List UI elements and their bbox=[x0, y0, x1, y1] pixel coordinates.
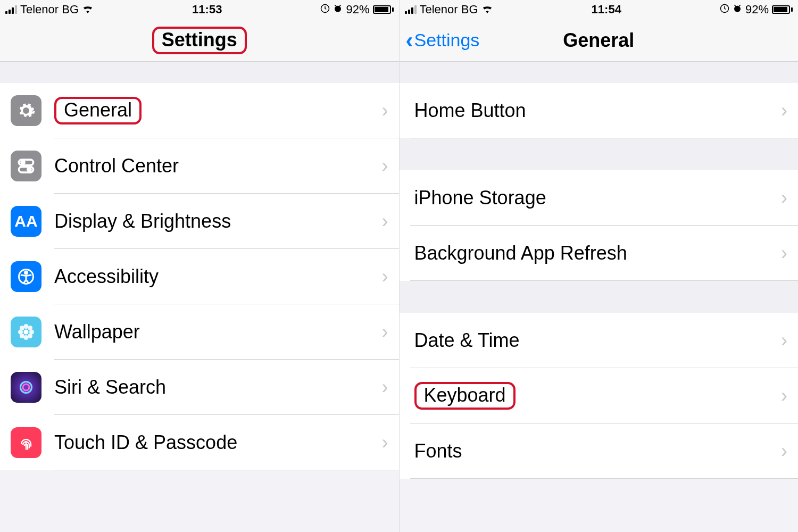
battery-percent-label: 92% bbox=[745, 3, 769, 16]
row-siri-search[interactable]: Siri & Search › bbox=[0, 360, 399, 415]
section-gap bbox=[400, 138, 799, 170]
accessibility-icon bbox=[11, 261, 41, 292]
wifi-icon bbox=[481, 4, 493, 16]
row-label: Control Center bbox=[54, 155, 382, 177]
row-label: Background App Refresh bbox=[414, 242, 782, 264]
chevron-right-icon: › bbox=[382, 210, 388, 232]
row-label: Home Button bbox=[414, 99, 782, 122]
svg-point-14 bbox=[28, 326, 32, 330]
row-accessibility[interactable]: Accessibility › bbox=[0, 249, 399, 304]
navbar: Settings bbox=[0, 19, 399, 62]
row-label: General bbox=[54, 97, 382, 124]
row-keyboard[interactable]: Keyboard › bbox=[400, 368, 799, 423]
back-label: Settings bbox=[414, 30, 480, 51]
status-bar: Telenor BG 11:54 92% bbox=[400, 0, 799, 19]
cellular-signal-icon bbox=[405, 5, 417, 14]
general-group-3: Date & Time › Keyboard › Fonts › bbox=[400, 313, 799, 479]
chevron-right-icon: › bbox=[382, 376, 388, 398]
chevron-right-icon: › bbox=[382, 265, 388, 288]
page-title: General bbox=[563, 29, 634, 52]
svg-point-3 bbox=[21, 161, 24, 164]
alarm-icon bbox=[733, 3, 742, 16]
settings-list: General › Control Center › AA Display & … bbox=[0, 83, 399, 470]
clock-label: 11:54 bbox=[493, 3, 720, 16]
general-group-1: Home Button › bbox=[400, 83, 799, 138]
svg-point-7 bbox=[25, 271, 28, 274]
phone-settings: Telenor BG 11:53 92% Settings General bbox=[0, 0, 399, 532]
row-label: Wallpaper bbox=[54, 321, 382, 343]
flower-icon bbox=[11, 317, 41, 347]
row-iphone-storage[interactable]: iPhone Storage › bbox=[400, 170, 799, 226]
chevron-right-icon: › bbox=[382, 99, 388, 122]
row-label: iPhone Storage bbox=[414, 187, 782, 209]
row-home-button[interactable]: Home Button › bbox=[400, 83, 799, 138]
row-touchid-passcode[interactable]: Touch ID & Passcode › bbox=[0, 415, 399, 470]
text-size-icon: AA bbox=[11, 206, 41, 237]
svg-point-8 bbox=[24, 330, 29, 335]
fingerprint-icon bbox=[11, 427, 41, 458]
carrier-label: Telenor BG bbox=[420, 3, 478, 16]
row-fonts[interactable]: Fonts › bbox=[400, 423, 799, 479]
chevron-right-icon: › bbox=[382, 321, 388, 343]
general-group-2: iPhone Storage › Background App Refresh … bbox=[400, 170, 799, 281]
toggles-icon bbox=[11, 151, 41, 181]
chevron-right-icon: › bbox=[781, 440, 787, 462]
svg-point-16 bbox=[28, 334, 32, 338]
row-label: Touch ID & Passcode bbox=[54, 431, 382, 454]
back-button[interactable]: ‹ Settings bbox=[406, 29, 480, 52]
cellular-signal-icon bbox=[5, 5, 17, 14]
section-gap bbox=[400, 281, 799, 313]
battery-icon bbox=[373, 5, 394, 14]
chevron-right-icon: › bbox=[781, 187, 787, 209]
row-label: Display & Brightness bbox=[54, 210, 382, 232]
chevron-right-icon: › bbox=[382, 431, 388, 454]
svg-point-15 bbox=[20, 334, 24, 338]
status-bar: Telenor BG 11:53 92% bbox=[0, 0, 399, 19]
svg-point-1 bbox=[335, 6, 341, 12]
row-display-brightness[interactable]: AA Display & Brightness › bbox=[0, 194, 399, 249]
battery-percent-label: 92% bbox=[346, 3, 369, 16]
chevron-right-icon: › bbox=[781, 99, 787, 122]
section-gap bbox=[400, 62, 799, 83]
svg-point-18 bbox=[23, 384, 29, 390]
row-label: Keyboard bbox=[414, 382, 782, 410]
chevron-right-icon: › bbox=[781, 385, 787, 407]
chevron-left-icon: ‹ bbox=[406, 29, 413, 52]
row-date-time[interactable]: Date & Time › bbox=[400, 313, 799, 368]
chevron-right-icon: › bbox=[781, 242, 787, 264]
row-wallpaper[interactable]: Wallpaper › bbox=[0, 304, 399, 360]
page-title: Settings bbox=[152, 27, 247, 54]
chevron-right-icon: › bbox=[382, 155, 388, 177]
row-general[interactable]: General › bbox=[0, 83, 399, 138]
row-control-center[interactable]: Control Center › bbox=[0, 138, 399, 194]
battery-icon bbox=[772, 5, 793, 14]
row-background-app-refresh[interactable]: Background App Refresh › bbox=[400, 226, 799, 281]
svg-point-20 bbox=[734, 6, 741, 12]
clock-label: 11:53 bbox=[94, 3, 320, 16]
chevron-right-icon: › bbox=[781, 329, 787, 352]
siri-icon bbox=[11, 372, 41, 403]
section-gap bbox=[0, 62, 399, 83]
navbar: ‹ Settings General bbox=[400, 19, 799, 62]
row-label: Siri & Search bbox=[54, 376, 382, 398]
svg-point-5 bbox=[28, 168, 31, 171]
gear-icon bbox=[11, 95, 41, 126]
row-label: Date & Time bbox=[414, 329, 782, 352]
rotation-lock-icon bbox=[720, 3, 729, 16]
carrier-label: Telenor BG bbox=[20, 3, 79, 16]
row-label: Fonts bbox=[414, 440, 782, 462]
phone-general: Telenor BG 11:54 92% ‹ Settings General bbox=[399, 0, 799, 532]
alarm-icon bbox=[333, 3, 343, 16]
row-label: Accessibility bbox=[54, 265, 382, 288]
rotation-lock-icon bbox=[320, 3, 330, 16]
wifi-icon bbox=[82, 4, 94, 16]
svg-point-13 bbox=[20, 326, 24, 330]
